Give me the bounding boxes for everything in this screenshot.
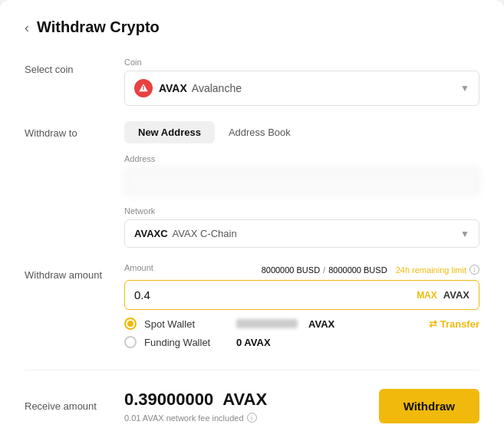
network-dropdown[interactable]: AVAXC AVAX C-Chain ▼ bbox=[124, 219, 479, 248]
coin-code: AVAX bbox=[159, 82, 187, 94]
transfer-label: Transfer bbox=[440, 318, 479, 330]
page-title: Withdraw Crypto bbox=[37, 18, 160, 36]
spot-wallet-radio-inner bbox=[127, 321, 133, 327]
coin-name: Avalanche bbox=[192, 82, 242, 94]
withdraw-to-row: Withdraw to New Address Address Book Add… bbox=[25, 121, 479, 248]
coin-field-label: Coin bbox=[124, 58, 479, 67]
amount-currency: AVAX bbox=[443, 289, 469, 301]
fee-text: 0.01 AVAX network fee included bbox=[124, 413, 244, 423]
receive-row: Receive amount 0.39000000 AVAX 0.01 AVAX… bbox=[25, 383, 479, 423]
transfer-button[interactable]: ⇄ Transfer bbox=[429, 318, 479, 330]
withdraw-to-tabs: New Address Address Book bbox=[124, 121, 479, 143]
receive-amount-row: 0.39000000 AVAX 0.01 AVAX network fee in… bbox=[124, 389, 479, 423]
withdraw-to-label: Withdraw to bbox=[25, 121, 124, 139]
spot-wallet-balance bbox=[236, 319, 298, 328]
withdraw-card: ‹ Withdraw Crypto Select coin Coin AVAX … bbox=[0, 0, 504, 428]
coin-dropdown-arrow: ▼ bbox=[460, 83, 469, 94]
receive-currency: AVAX bbox=[222, 390, 267, 410]
divider bbox=[25, 370, 479, 370]
back-button[interactable]: ‹ bbox=[25, 21, 29, 35]
receive-amount-block: 0.39000000 AVAX 0.01 AVAX network fee in… bbox=[124, 390, 267, 423]
funding-wallet-balance: 0 AVAX bbox=[236, 337, 271, 348]
avax-coin-icon bbox=[134, 79, 153, 97]
limit-total: 8000000 BUSD bbox=[328, 265, 387, 275]
funding-wallet-radio[interactable] bbox=[124, 336, 137, 348]
receive-content: 0.39000000 AVAX 0.01 AVAX network fee in… bbox=[124, 383, 479, 423]
limit-label: 24h remaining limit bbox=[396, 265, 466, 275]
address-field-label: Address bbox=[124, 154, 479, 163]
receive-label: Receive amount bbox=[25, 394, 124, 412]
network-dropdown-arrow: ▼ bbox=[460, 229, 469, 239]
fee-note: 0.01 AVAX network fee included i bbox=[124, 413, 267, 423]
tab-address-book[interactable]: Address Book bbox=[215, 121, 305, 143]
svg-point-2 bbox=[143, 86, 144, 87]
limit-info-icon[interactable]: i bbox=[469, 265, 479, 275]
spot-wallet-currency: AVAX bbox=[308, 318, 334, 330]
select-coin-label: Select coin bbox=[25, 58, 124, 75]
withdraw-amount-row: Withdraw amount Amount 8000000 BUSD/8000… bbox=[25, 263, 479, 354]
amount-field-label: Amount bbox=[124, 263, 153, 272]
limit-text: 8000000 BUSD/8000000 BUSD 24h remaining … bbox=[262, 265, 479, 275]
withdraw-amount-content: Amount 8000000 BUSD/8000000 BUSD 24h rem… bbox=[124, 263, 479, 354]
tab-new-address[interactable]: New Address bbox=[124, 121, 215, 143]
max-button[interactable]: MAX bbox=[417, 290, 437, 301]
amount-input-row: MAX AVAX bbox=[124, 280, 479, 310]
limit-available: 8000000 BUSD bbox=[262, 265, 320, 275]
spot-wallet-row: Spot Wallet AVAX ⇄ Transfer bbox=[124, 318, 479, 330]
withdraw-button[interactable]: Withdraw bbox=[379, 389, 479, 423]
funding-wallet-label: Funding Wallet bbox=[144, 337, 229, 348]
coin-dropdown[interactable]: AVAX Avalanche ▼ bbox=[124, 71, 479, 106]
select-coin-content: Coin AVAX Avalanche ▼ bbox=[124, 58, 479, 106]
address-input[interactable] bbox=[124, 167, 479, 196]
amount-input[interactable] bbox=[134, 288, 417, 301]
network-code: AVAXC bbox=[134, 228, 168, 239]
withdraw-to-content: New Address Address Book Address Network… bbox=[124, 121, 479, 248]
fee-info-icon[interactable]: i bbox=[247, 413, 257, 423]
funding-wallet-row: Funding Wallet 0 AVAX bbox=[124, 336, 479, 348]
network-name: AVAX C-Chain bbox=[173, 228, 237, 239]
withdraw-amount-label: Withdraw amount bbox=[25, 263, 124, 281]
network-field-label: Network bbox=[124, 206, 479, 216]
transfer-icon: ⇄ bbox=[429, 318, 437, 330]
receive-amount-value: 0.39000000 bbox=[124, 390, 213, 410]
select-coin-row: Select coin Coin AVAX Avalanche ▼ bbox=[25, 58, 479, 106]
header: ‹ Withdraw Crypto bbox=[25, 18, 479, 36]
amount-header: Amount 8000000 BUSD/8000000 BUSD 24h rem… bbox=[124, 263, 479, 276]
spot-wallet-radio[interactable] bbox=[124, 318, 137, 330]
spot-wallet-label: Spot Wallet bbox=[144, 318, 229, 330]
